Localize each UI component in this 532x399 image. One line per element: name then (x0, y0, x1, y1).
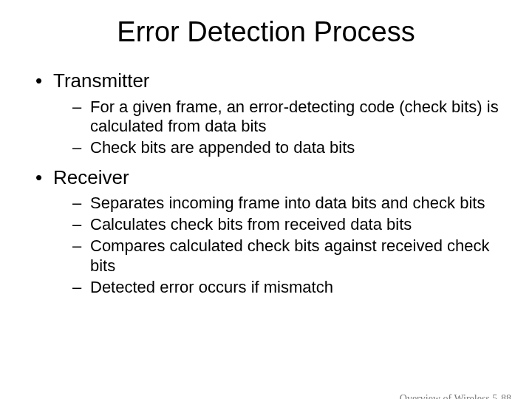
slide: Error Detection Process Transmitter For … (0, 16, 532, 399)
bullet-item: Transmitter For a given frame, an error-… (31, 69, 501, 158)
sub-bullet-item: Separates incoming frame into data bits … (69, 194, 501, 214)
sub-bullet-item: Compares calculated check bits against r… (69, 236, 501, 276)
sub-bullet-item: Detected error occurs if mismatch (69, 278, 501, 298)
sub-bullet-list: Separates incoming frame into data bits … (53, 194, 501, 297)
bullet-label: Transmitter (53, 69, 150, 92)
slide-content: Transmitter For a given frame, an error-… (0, 69, 532, 298)
bullet-item: Receiver Separates incoming frame into d… (31, 166, 501, 298)
sub-bullet-item: For a given frame, an error-detecting co… (69, 98, 501, 137)
sub-bullet-item: Calculates check bits from received data… (69, 215, 501, 235)
slide-footer: Overview of Wireless 5-88 (400, 393, 511, 399)
sub-bullet-item: Check bits are appended to data bits (69, 138, 501, 158)
bullet-list: Transmitter For a given frame, an error-… (31, 69, 501, 298)
slide-title: Error Detection Process (0, 16, 532, 48)
sub-bullet-list: For a given frame, an error-detecting co… (53, 98, 501, 158)
bullet-label: Receiver (53, 166, 129, 188)
